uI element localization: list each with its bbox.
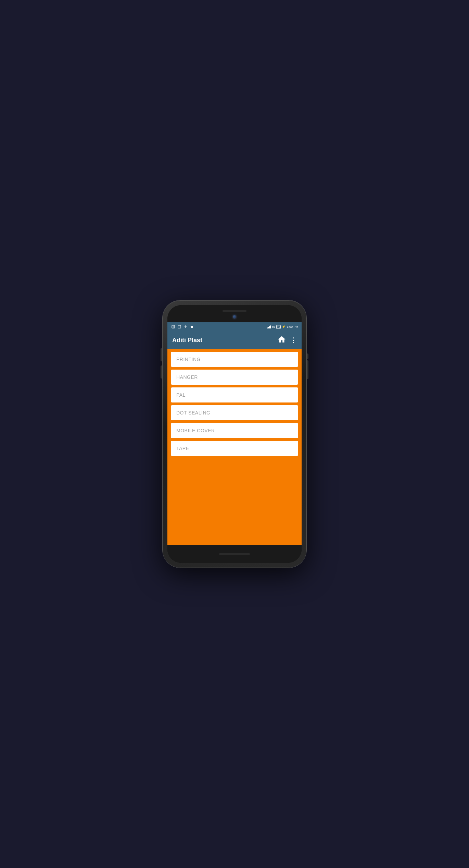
home-indicator-bar [219, 553, 250, 555]
volume-up-button[interactable] [161, 348, 162, 361]
category-list: PRINTING HANGER PAL DOT SEALING MOBILE C… [167, 349, 302, 545]
speaker-grille [223, 310, 246, 312]
svg-point-6 [186, 326, 187, 327]
volume-down-button[interactable] [161, 365, 162, 379]
list-item-label-printing: PRINTING [176, 357, 201, 362]
list-item-mobile-cover[interactable]: MOBILE COVER [171, 423, 298, 438]
list-item-printing[interactable]: PRINTING [171, 352, 298, 367]
list-item-dot-sealing[interactable]: DOT SEALING [171, 405, 298, 420]
svg-text:Q: Q [173, 326, 174, 328]
bottom-bezel [167, 545, 302, 563]
signal-bar-2 [268, 327, 269, 328]
list-item-label-mobile-cover: MOBILE COVER [176, 428, 215, 433]
status-right-area: 4G 71 ⚡ 1:00 PM [267, 325, 298, 329]
power-small-button [307, 354, 308, 359]
home-button[interactable] [277, 335, 286, 345]
app-bar: Aditi Plast ⋮ [167, 331, 302, 349]
notification-icon-q: Q [171, 324, 176, 329]
more-options-button[interactable]: ⋮ [290, 337, 297, 343]
usb-icon [183, 324, 188, 329]
signal-bar-4 [270, 325, 271, 328]
signal-bar-3 [269, 326, 270, 328]
cat-icon [189, 324, 194, 329]
list-item-hanger[interactable]: HANGER [171, 370, 298, 385]
camera-row [232, 315, 237, 319]
signal-icon [267, 325, 271, 328]
phone-screen: Q [167, 305, 302, 563]
list-item-tape[interactable]: TAPE [171, 441, 298, 456]
front-camera [232, 315, 237, 319]
screen: Q [167, 322, 302, 545]
notification-icon-2 [177, 324, 182, 329]
battery-lightning-icon: ⚡ [282, 325, 286, 328]
power-button[interactable] [307, 360, 308, 379]
app-title: Aditi Plast [172, 337, 202, 344]
time-display: 1:00 PM [287, 325, 298, 328]
list-item-pal[interactable]: PAL [171, 387, 298, 402]
list-item-label-dot-sealing: DOT SEALING [176, 410, 210, 416]
list-item-label-hanger: HANGER [176, 374, 198, 380]
battery-level: 71 [277, 326, 280, 328]
status-bar: Q [167, 322, 302, 331]
battery-indicator: 71 [276, 325, 281, 329]
svg-point-5 [185, 326, 185, 327]
signal-bar-1 [267, 327, 268, 328]
phone-frame: Q [163, 300, 306, 568]
status-left-icons: Q [171, 324, 194, 329]
top-bezel [167, 305, 302, 322]
list-item-label-pal: PAL [176, 392, 186, 398]
list-item-label-tape: TAPE [176, 446, 189, 451]
svg-rect-2 [178, 325, 181, 328]
network-type: 4G [272, 326, 275, 328]
app-bar-actions: ⋮ [277, 335, 297, 345]
